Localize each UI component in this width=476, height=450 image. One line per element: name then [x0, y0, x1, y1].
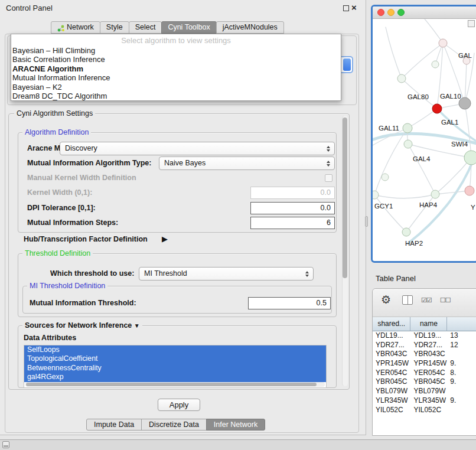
- combo-arrows-icon: [305, 271, 309, 277]
- network-edge: [374, 195, 406, 232]
- table-row[interactable]: YBR043CYBR043C: [373, 350, 476, 359]
- network-node[interactable]: [403, 123, 412, 133]
- column-header[interactable]: [447, 317, 476, 331]
- canvas-corner-widget[interactable]: [468, 20, 475, 27]
- table-rows: YDL19...YDL19...13YDR27...YDR27...12YBR0…: [373, 331, 476, 435]
- network-node[interactable]: [373, 191, 379, 199]
- dpi-tolerance-field[interactable]: 0.0: [250, 202, 335, 214]
- mi-threshold-field[interactable]: 0.5: [248, 297, 331, 309]
- table-cell: YDL19...: [373, 331, 410, 341]
- control-panel-tabs: NetworkStyleSelectCyni ToolboxjActiveMNo…: [51, 21, 283, 34]
- table-cell: 13: [447, 331, 476, 341]
- tab-select[interactable]: Select: [129, 21, 162, 34]
- network-edge: [407, 109, 437, 128]
- table-row[interactable]: YPR145WYPR145W9.: [373, 359, 476, 369]
- node-label: GAL80: [407, 93, 429, 100]
- settings-scrollbar-thumb[interactable]: [343, 118, 347, 278]
- mi-type-value: Naive Bayes: [164, 159, 206, 167]
- close-icon[interactable]: ×: [351, 2, 357, 12]
- mi-type-combo[interactable]: Naive Bayes: [159, 156, 335, 170]
- column-header[interactable]: name: [410, 317, 447, 331]
- node-label: GAL10: [440, 93, 461, 100]
- column-header[interactable]: shared...: [373, 317, 410, 331]
- bottom-tab-discretize-data[interactable]: Discretize Data: [141, 419, 207, 431]
- combo-arrows-icon: [327, 146, 330, 152]
- table-row[interactable]: YDL19...YDL19...13: [373, 331, 476, 341]
- algorithm-option[interactable]: Mutual Information Inference: [11, 73, 341, 82]
- bottom-tab-impute-data[interactable]: Impute Data: [86, 419, 142, 431]
- network-node[interactable]: [382, 174, 389, 181]
- tab-cyni-toolbox[interactable]: Cyni Toolbox: [161, 21, 216, 34]
- table-cell: YBR043C: [410, 350, 447, 359]
- network-node[interactable]: [431, 190, 439, 198]
- tab-label: jActiveMNodules: [223, 22, 278, 33]
- table-cell: 8.: [447, 369, 476, 378]
- network-node[interactable]: [404, 140, 412, 148]
- table-row[interactable]: YLR345WYLR345W9.: [373, 396, 476, 406]
- sources-title: Sources for Network Inference ▼: [22, 321, 142, 330]
- sources-title-text: Sources for Network Inference: [25, 321, 132, 330]
- mi-steps-label: Mutual Information Steps:: [27, 219, 118, 227]
- algorithm-option[interactable]: ARACNE Algorithm: [11, 64, 341, 73]
- network-node[interactable]: [432, 104, 442, 113]
- node-label: GAL11: [379, 125, 399, 132]
- table-cell: YER054C: [373, 369, 410, 378]
- data-attribute-item[interactable]: BetweennessCentrality: [24, 364, 326, 373]
- zoom-traffic-light-icon[interactable]: [397, 9, 405, 16]
- data-attribute-item[interactable]: TopologicalCoefficient: [24, 354, 326, 363]
- list-hscrollbar-thumb[interactable]: [26, 383, 317, 386]
- data-attribute-item[interactable]: SelfLoops: [24, 345, 326, 354]
- algorithm-option[interactable]: Bayesian – K2: [11, 83, 341, 92]
- data-attributes-list[interactable]: SelfLoopsTopologicalCoefficientBetweenne…: [24, 345, 327, 388]
- mi-threshold-label: Mutual Information Threshold:: [30, 299, 136, 307]
- network-node[interactable]: [402, 228, 410, 236]
- network-node[interactable]: [432, 61, 439, 68]
- list-hscrollbar-track[interactable]: [25, 382, 325, 387]
- algorithm-option[interactable]: Basic Correlation Inference: [11, 55, 341, 64]
- which-threshold-combo[interactable]: MI Threshold: [139, 267, 314, 281]
- which-threshold-value: MI Threshold: [144, 269, 187, 278]
- network-node[interactable]: [465, 186, 474, 195]
- tab-style[interactable]: Style: [100, 21, 129, 34]
- network-node[interactable]: [439, 39, 447, 47]
- hub-expand-arrow-icon[interactable]: ▶: [162, 234, 168, 243]
- algorithm-option[interactable]: Bayesian – Hill Climbing: [11, 46, 341, 55]
- table-row[interactable]: YIL052CYIL052C: [373, 406, 476, 415]
- kernel-width-field[interactable]: 0.0: [250, 187, 335, 199]
- network-node[interactable]: [397, 74, 406, 83]
- table-row[interactable]: YER054CYER054C8.: [373, 369, 476, 378]
- aracne-mode-combo[interactable]: Discovery: [60, 142, 335, 155]
- sources-collapse-arrow-icon[interactable]: ▼: [134, 322, 140, 329]
- bottom-tab-infer-network[interactable]: Infer Network: [206, 419, 265, 431]
- network-window-titlebar[interactable]: [373, 6, 476, 19]
- mi-steps-field[interactable]: 6: [250, 217, 335, 229]
- show-panel-icon[interactable]: [2, 441, 9, 448]
- combo-arrows-icon: [327, 161, 330, 167]
- gear-icon[interactable]: ⚙: [381, 293, 391, 306]
- float-window-icon[interactable]: [343, 5, 349, 11]
- kernel-width-label: Kernel Width (0,1):: [27, 188, 92, 197]
- tab-network[interactable]: Network: [51, 21, 100, 34]
- algorithm-definition-title: Algorithm Definition: [22, 128, 91, 136]
- data-attribute-item[interactable]: gal4RGexp: [24, 373, 326, 381]
- table-cell: [447, 387, 476, 396]
- network-node[interactable]: [464, 151, 476, 165]
- table-row[interactable]: YBR045CYBR045C9.: [373, 377, 476, 387]
- apply-button[interactable]: Apply: [158, 399, 200, 411]
- select-all-icon[interactable]: ☑☑: [421, 296, 432, 304]
- table-row[interactable]: YBL079WYBL079W: [373, 387, 476, 396]
- network-canvas[interactable]: GAL80GAL10GAL11GAL1SWI4GAL4GCY1HAP4HAP2G…: [373, 19, 476, 261]
- table-row[interactable]: YDR27...YDR27...12: [373, 341, 476, 350]
- algorithm-option[interactable]: Dream8 DC_TDC Algorithm: [11, 92, 341, 100]
- deselect-all-icon[interactable]: ☐☐: [440, 296, 451, 304]
- dpi-tolerance-label: DPI Tolerance [0,1]:: [27, 204, 96, 212]
- table-panel-window: ⚙ ☑☑ ☐☐ shared...name YDL19...YDL19...13…: [372, 288, 476, 436]
- close-traffic-light-icon[interactable]: [377, 9, 384, 16]
- manual-kernel-checkbox[interactable]: [325, 174, 332, 182]
- minimize-traffic-light-icon[interactable]: [387, 9, 395, 16]
- table-cell: [447, 350, 476, 359]
- columns-icon[interactable]: [402, 295, 413, 305]
- panel-splitter[interactable]: [365, 216, 368, 227]
- combo-arrow-button-icon[interactable]: [343, 58, 351, 71]
- tab-jactivemnodules[interactable]: jActiveMNodules: [216, 21, 284, 34]
